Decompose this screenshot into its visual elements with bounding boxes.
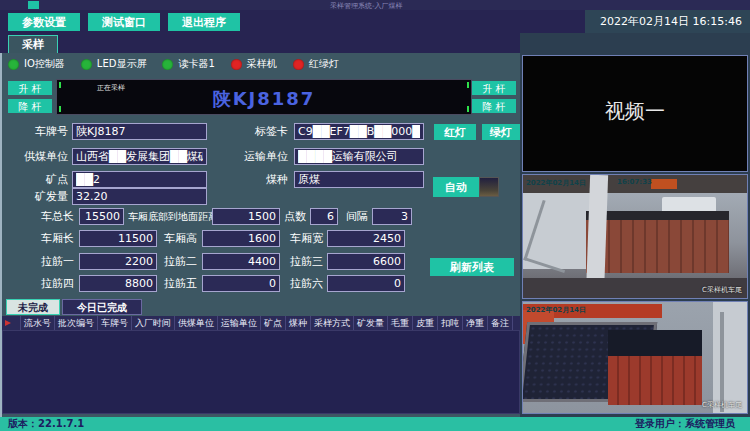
interval-input[interactable]	[372, 208, 412, 225]
camera-date-overlay: 2022年02月14日	[526, 305, 586, 315]
camera-date-overlay: 2022年02月14日	[526, 178, 586, 188]
tie1-input[interactable]	[79, 253, 157, 270]
ladder-shape	[720, 312, 724, 412]
tie4-input[interactable]	[79, 275, 157, 292]
col-header[interactable]: 煤种	[286, 316, 311, 330]
refresh-list-button[interactable]: 刷新列表	[430, 258, 514, 276]
machinery-shape	[651, 179, 677, 189]
raise-rod-button-right[interactable]: 升 杆	[472, 81, 516, 95]
tie3-label: 拉筋三	[288, 253, 323, 270]
sampling-panel: IO控制器 LED显示屏 读卡器1 采样机 红绿灯 升 杆 降 杆 升 杆 降 …	[0, 53, 520, 417]
supplier-label: 供煤单位	[6, 148, 68, 165]
led-io-controller: IO控制器	[8, 57, 65, 71]
tie6-label: 拉筋六	[288, 275, 323, 292]
tab-strip: 采样	[0, 33, 520, 53]
coal-type-label: 煤种	[242, 171, 288, 188]
dispatch-input[interactable]	[72, 188, 207, 205]
carrier-label: 运输单位	[242, 148, 288, 165]
col-header[interactable]: 入厂时间	[132, 316, 175, 330]
video-feed-3[interactable]: 2022年02月14日 C采样机车尾	[522, 301, 748, 414]
carrier-input[interactable]	[294, 148, 424, 165]
table-header-row: 流水号 批次编号 车牌号 入厂时间 供煤单位 运输单位 矿点 煤种 采样方式 矿…	[2, 316, 520, 330]
coal-load-shape	[586, 211, 729, 220]
col-header[interactable]: 车牌号	[98, 316, 132, 330]
floor-height-label: 车厢底部到地面距离	[128, 208, 210, 225]
led-card-reader: 读卡器1	[162, 57, 214, 71]
video1-placeholder-text: 视频一	[523, 98, 747, 125]
coal-type-input[interactable]	[294, 171, 424, 188]
lower-rod-button-left[interactable]: 降 杆	[8, 99, 52, 113]
tab-sampling[interactable]: 采样	[8, 35, 58, 54]
tie3-input[interactable]	[327, 253, 405, 270]
login-user-info: 登录用户：系统管理员	[635, 417, 735, 431]
tie2-input[interactable]	[202, 253, 280, 270]
tie6-input[interactable]	[327, 275, 405, 292]
raise-rod-button-left[interactable]: 升 杆	[8, 81, 52, 95]
box-length-input[interactable]	[79, 230, 157, 247]
col-header[interactable]: 备注	[488, 316, 513, 330]
led-label: LED显示屏	[97, 57, 147, 71]
led-label: 采样机	[247, 57, 277, 71]
led-off-icon	[293, 59, 304, 70]
camera-name-overlay: C采样机车尾	[702, 400, 742, 410]
lower-rod-button-right[interactable]: 降 杆	[472, 99, 516, 113]
red-light-button[interactable]: 红灯	[434, 124, 476, 140]
col-header[interactable]: 皮重	[413, 316, 438, 330]
video-feed-1[interactable]: 视频一	[522, 55, 748, 172]
settings-button[interactable]: 参数设置	[8, 13, 80, 31]
pending-list-table[interactable]	[2, 330, 520, 414]
box-width-input[interactable]	[327, 230, 405, 247]
plate-input[interactable]	[72, 123, 207, 140]
col-header[interactable]: 批次编号	[55, 316, 98, 330]
box-width-label: 车厢宽	[288, 230, 323, 247]
col-header[interactable]: 流水号	[21, 316, 55, 330]
user-value: 系统管理员	[685, 418, 735, 429]
user-label: 登录用户：	[635, 418, 685, 429]
led-sampler: 采样机	[231, 57, 277, 71]
total-length-input[interactable]	[79, 208, 124, 225]
led-on-icon	[162, 59, 173, 70]
col-header[interactable]: 净重	[463, 316, 488, 330]
col-header[interactable]: 矿点	[261, 316, 286, 330]
green-light-button[interactable]: 绿灯	[482, 124, 520, 140]
camera-time-overlay: 16:07:33	[617, 178, 652, 186]
coal-top-shape	[608, 330, 702, 356]
video-feed-2[interactable]: 2022年02月14日 16:07:33 C采样机车尾	[522, 174, 748, 299]
exit-button[interactable]: 退出程序	[168, 13, 240, 31]
device-status-row: IO控制器 LED显示屏 读卡器1 采样机 红绿灯	[8, 57, 355, 71]
tab-unfinished[interactable]: 未完成	[6, 299, 60, 315]
video-panel: 视频一 2022年02月14日 16:07:33 C采样机车尾 2022年02月…	[520, 33, 750, 417]
box-height-input[interactable]	[202, 230, 280, 247]
tie5-input[interactable]	[202, 275, 280, 292]
auto-mode-toggle[interactable]	[479, 177, 499, 197]
col-header[interactable]: 矿发量	[354, 316, 388, 330]
col-header[interactable]: 毛重	[388, 316, 413, 330]
tab-today-finished[interactable]: 今日已完成	[62, 299, 142, 315]
wall-shape	[713, 302, 747, 413]
total-length-label: 车总长	[6, 208, 74, 225]
points-input[interactable]	[310, 208, 338, 225]
test-window-button[interactable]: 测试窗口	[88, 13, 160, 31]
led-display-screen: LED显示屏	[81, 57, 147, 71]
col-header[interactable]: 采样方式	[311, 316, 354, 330]
led-label: 红绿灯	[309, 57, 339, 71]
interval-label: 间隔	[344, 208, 368, 225]
plate-label: 车牌号	[6, 123, 68, 140]
led-display-panel: 正在采样 陕KJ8187	[56, 79, 472, 115]
floor-height-input[interactable]	[212, 208, 280, 225]
title-bar: 采样管理系统-入厂煤样	[0, 0, 750, 10]
led-label: IO控制器	[24, 57, 65, 71]
col-header[interactable]: 供煤单位	[175, 316, 218, 330]
led-off-icon	[231, 59, 242, 70]
status-bar: 版本：22.1.7.1 登录用户：系统管理员	[0, 417, 750, 431]
mine-point-label: 矿点	[6, 171, 68, 188]
mine-point-input[interactable]	[72, 171, 207, 188]
tie4-label: 拉筋四	[6, 275, 74, 292]
auto-mode-button[interactable]: 自动	[433, 177, 479, 197]
app-icon	[28, 1, 39, 9]
box-length-label: 车厢长	[6, 230, 74, 247]
col-header[interactable]: 扣吨	[438, 316, 463, 330]
col-header[interactable]: 运输单位	[218, 316, 261, 330]
supplier-input[interactable]	[72, 148, 207, 165]
tag-card-input[interactable]	[294, 123, 424, 140]
